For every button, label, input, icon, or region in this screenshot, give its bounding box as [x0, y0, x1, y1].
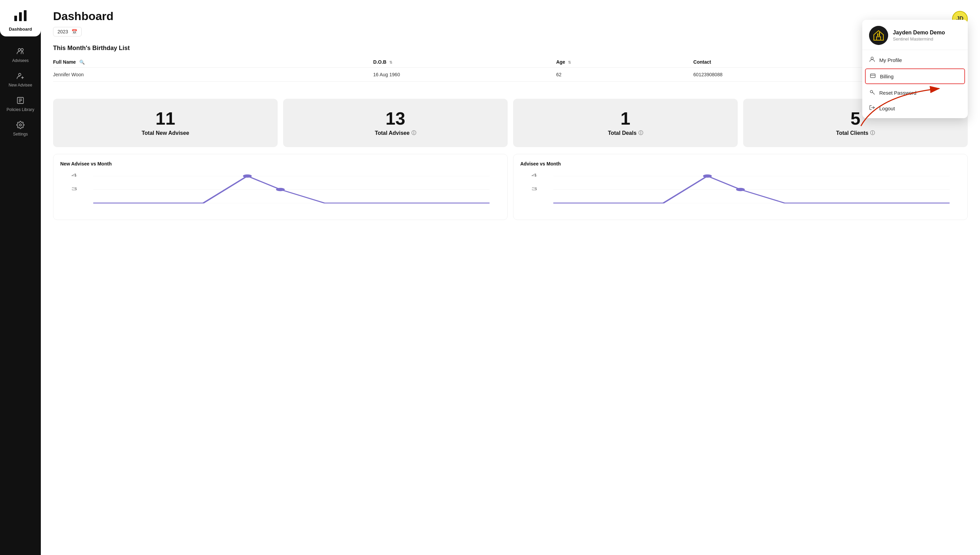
- svg-rect-0: [14, 16, 17, 21]
- stat-card-1: 13 Total Advisee ⓘ: [283, 99, 508, 147]
- info-icon-2: ⓘ: [638, 130, 643, 136]
- cell-dob: 16 Aug 1960: [373, 68, 556, 82]
- sidebar-logo: Dashboard: [0, 0, 41, 37]
- header-left: Dashboard 2023 📅: [53, 10, 114, 37]
- info-icon-3: ⓘ: [870, 130, 875, 136]
- dropdown-user-info: Jayden Demo Demo Sentinel Mastermind: [893, 30, 945, 42]
- svg-point-21: [736, 188, 745, 191]
- svg-rect-1: [19, 12, 22, 21]
- svg-point-14: [276, 188, 285, 191]
- settings-icon: [16, 121, 24, 130]
- birthday-table: Full Name 🔍 D.O.B ⇅ Age ⇅ Contact: [53, 56, 968, 82]
- dropdown-item-billing[interactable]: Billing: [865, 69, 965, 84]
- table-row: Jennifer Woon 16 Aug 1960 62 60123908088: [53, 68, 968, 82]
- stat-label-2: Total Deals ⓘ: [608, 130, 643, 136]
- chart-title-1: Advisee vs Month: [520, 161, 961, 167]
- billing-label: Billing: [880, 74, 894, 79]
- stat-number-1: 13: [385, 110, 405, 127]
- chart-card-0: New Advisee vs Month 4 3: [53, 154, 508, 220]
- dropdown-item-reset-password[interactable]: Reset Password: [862, 85, 968, 101]
- charts-grid: New Advisee vs Month 4 3: [41, 154, 980, 227]
- svg-rect-22: [869, 26, 888, 45]
- cell-name: Jennifer Woon: [53, 68, 373, 82]
- svg-point-5: [19, 74, 21, 76]
- advisees-icon: [16, 47, 24, 57]
- main-content: Dashboard 2023 📅 JD This Month's Birthda…: [41, 0, 980, 555]
- stat-number-2: 1: [621, 110, 630, 127]
- stat-card-0: 11 Total New Advisee: [53, 99, 278, 147]
- chart-title-0: New Advisee vs Month: [60, 161, 500, 167]
- my-profile-label: My Profile: [879, 57, 902, 63]
- svg-point-25: [871, 57, 873, 59]
- sidebar-active-label: Dashboard: [9, 27, 32, 32]
- col-header-dob: D.O.B ⇅: [373, 56, 556, 68]
- page-title: Dashboard: [53, 10, 114, 23]
- svg-text:4: 4: [71, 173, 77, 178]
- svg-text:4: 4: [531, 173, 537, 178]
- stat-number-0: 11: [155, 110, 175, 127]
- sidebar-nav: Advisees New Advisee Policies Library: [0, 43, 41, 139]
- svg-point-4: [21, 49, 24, 51]
- new-advisee-icon: [16, 72, 24, 81]
- chart-area-1: 4 3: [520, 172, 961, 213]
- stat-number-3: 5: [851, 110, 860, 127]
- pagination: < 1 >: [41, 82, 980, 99]
- sidebar-item-policies-library[interactable]: Policies Library: [0, 92, 41, 115]
- finport-avatar-logo: [869, 26, 888, 45]
- dropdown-user-role: Sentinel Mastermind: [893, 37, 945, 42]
- sidebar-item-advisees[interactable]: Advisees: [0, 43, 41, 66]
- svg-point-7: [19, 124, 21, 126]
- svg-rect-24: [879, 32, 880, 36]
- dropdown-item-logout[interactable]: Logout: [862, 101, 968, 116]
- year-value: 2023: [58, 29, 68, 34]
- svg-point-3: [18, 49, 21, 51]
- dropdown-item-my-profile[interactable]: My Profile: [862, 52, 968, 68]
- person-icon: [869, 56, 875, 64]
- year-picker[interactable]: 2023 📅: [53, 27, 82, 37]
- logout-icon: [869, 104, 875, 112]
- sidebar-item-label-settings: Settings: [13, 132, 27, 136]
- sidebar: Dashboard Advisees: [0, 0, 41, 555]
- birthday-section-title: This Month's Birthday List: [53, 45, 968, 52]
- chart-area-0: 4 3: [60, 172, 500, 213]
- col-header-name: Full Name 🔍: [53, 56, 373, 68]
- dropdown-items: My Profile Billing Reset Password: [862, 50, 968, 118]
- search-icon-inline[interactable]: 🔍: [79, 59, 85, 65]
- header: Dashboard 2023 📅 JD: [41, 0, 980, 37]
- cell-age: 62: [556, 68, 693, 82]
- stats-grid: 11 Total New Advisee 13 Total Advisee ⓘ …: [41, 99, 980, 154]
- dropdown-menu: Jayden Demo Demo Sentinel Mastermind My …: [862, 20, 968, 118]
- info-icon-1: ⓘ: [411, 130, 416, 136]
- key-icon: [869, 89, 875, 96]
- dropdown-avatar: [869, 26, 888, 45]
- logo-svg: [13, 8, 28, 23]
- sidebar-item-label-advisees: Advisees: [12, 58, 29, 63]
- sort-dob-icon[interactable]: ⇅: [389, 60, 392, 64]
- reset-password-label: Reset Password: [879, 90, 916, 96]
- sort-age-icon[interactable]: ⇅: [568, 60, 571, 64]
- stat-label-1: Total Advisee ⓘ: [375, 130, 416, 136]
- svg-text:3: 3: [71, 187, 77, 191]
- billing-icon: [870, 72, 876, 80]
- stat-card-2: 1 Total Deals ⓘ: [513, 99, 738, 147]
- logout-label: Logout: [879, 106, 895, 111]
- stat-label-3: Total Clients ⓘ: [836, 130, 875, 136]
- svg-point-20: [703, 174, 712, 178]
- chart-card-1: Advisee vs Month 4 3: [513, 154, 968, 220]
- sidebar-item-label-new-advisee: New Advisee: [8, 83, 32, 88]
- stat-label-0: Total New Advisee: [142, 130, 189, 136]
- birthday-section: This Month's Birthday List Full Name 🔍 D…: [41, 37, 980, 82]
- sidebar-item-settings[interactable]: Settings: [0, 117, 41, 139]
- col-header-age: Age ⇅: [556, 56, 693, 68]
- svg-point-13: [243, 174, 252, 178]
- policies-library-icon: [16, 96, 24, 106]
- sidebar-item-new-advisee[interactable]: New Advisee: [0, 68, 41, 90]
- chart-svg-0: 4 3: [60, 172, 500, 213]
- sidebar-item-label-policies: Policies Library: [6, 107, 34, 112]
- dropdown-user-name: Jayden Demo Demo: [893, 30, 945, 36]
- chart-svg-1: 4 3: [520, 172, 961, 213]
- svg-text:3: 3: [531, 187, 537, 191]
- svg-rect-2: [24, 10, 27, 21]
- svg-rect-23: [877, 34, 878, 36]
- calendar-icon: 📅: [72, 29, 77, 34]
